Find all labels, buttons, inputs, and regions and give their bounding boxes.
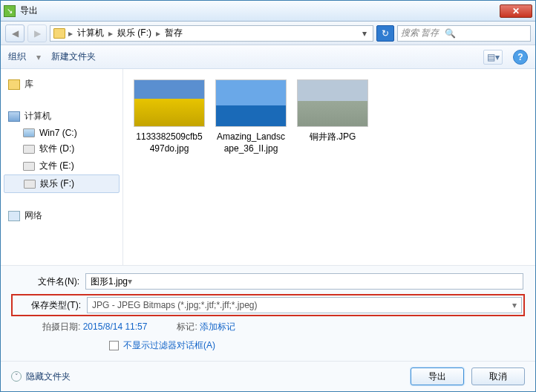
thumbnail (297, 79, 368, 127)
date-label: 拍摄日期: (42, 321, 80, 332)
breadcrumb-folder[interactable]: 暂存 (163, 27, 184, 39)
drive-icon (23, 145, 35, 154)
export-button[interactable]: 导出 (411, 368, 464, 385)
network-icon (8, 211, 20, 221)
thumbnail (134, 79, 205, 127)
forward-button[interactable]: ▶ (27, 24, 47, 42)
search-placeholder: 搜索 暂存 (401, 27, 439, 39)
metadata-row: 拍摄日期: 2015/8/14 11:57 标记: 添加标记 (13, 321, 523, 333)
breadcrumb-sep: ▸ (156, 28, 160, 39)
new-folder-button[interactable]: 新建文件夹 (51, 50, 96, 63)
app-icon: ↘ (4, 5, 16, 17)
date-value[interactable]: 2015/8/14 11:57 (83, 321, 148, 332)
filter-checkbox-label: 不显示过滤器对话框(A) (123, 339, 215, 352)
file-name: Amazing_Landscape_36_II.jpg (215, 131, 287, 154)
drive-icon (24, 180, 36, 189)
file-item[interactable]: 1133382509cfb5497do.jpg (134, 79, 205, 154)
close-button[interactable]: ✕ (500, 4, 532, 18)
sidebar-drive-c[interactable]: Win7 (C:) (1, 125, 122, 140)
tag-label: 标记: (177, 321, 197, 332)
sidebar-library[interactable]: 库 (1, 75, 122, 94)
file-item[interactable]: 铜井路.JPG (297, 79, 368, 143)
toolbar: 组织 ▾ 新建文件夹 ▤▾ ? (1, 45, 535, 69)
file-list: 1133382509cfb5497do.jpg Amazing_Landscap… (123, 69, 535, 265)
filetype-label: 保存类型(T): (14, 299, 81, 312)
file-item[interactable]: Amazing_Landscape_36_II.jpg (215, 79, 287, 154)
hide-folders-toggle[interactable]: ˅ 隐藏文件夹 (11, 370, 71, 383)
file-name: 1133382509cfb5497do.jpg (134, 131, 205, 154)
drive-icon (23, 162, 35, 171)
thumbnail (215, 79, 287, 127)
titlebar: ↘ 导出 ✕ (1, 1, 535, 22)
help-button[interactable]: ? (513, 50, 528, 65)
sidebar-network[interactable]: 网络 (1, 206, 122, 225)
file-name: 铜井路.JPG (297, 131, 368, 143)
address-bar[interactable]: ▸ 计算机 ▸ 娱乐 (F:) ▸ 暂存 ▾ (50, 25, 373, 42)
filter-checkbox[interactable] (109, 341, 119, 350)
sidebar-drive-f[interactable]: 娱乐 (F:) (4, 174, 120, 193)
breadcrumb-drive[interactable]: 娱乐 (F:) (116, 27, 153, 39)
filetype-row: 保存类型(T): JPG - JPEG Bitmaps (*.jpg;*.jtf… (11, 294, 525, 316)
sidebar-computer[interactable]: 计算机 (1, 107, 122, 125)
filename-label: 文件名(N): (13, 275, 79, 288)
drive-icon (23, 128, 35, 137)
footer: 文件名(N): 图形1.jpg ▾ 保存类型(T): JPG - JPEG Bi… (1, 265, 535, 361)
breadcrumb-computer[interactable]: 计算机 (76, 27, 105, 39)
back-button[interactable]: ◀ (5, 24, 24, 42)
cancel-button[interactable]: 取消 (471, 368, 525, 385)
export-dialog: ↘ 导出 ✕ ◀ ▶ ▸ 计算机 ▸ 娱乐 (F:) ▸ 暂存 ▾ ↻ 搜索 暂… (0, 0, 536, 392)
address-dropdown-icon[interactable]: ▾ (359, 28, 370, 39)
computer-icon (8, 111, 20, 122)
folder-icon (53, 28, 65, 39)
filetype-select[interactable]: JPG - JPEG Bitmaps (*.jpg;*.jtf;*.jff;*.… (87, 297, 522, 313)
sidebar: 库 计算机 Win7 (C:) 软件 (D:) 文件 (E:) 娱乐 (F:) … (1, 69, 123, 265)
filename-input[interactable]: 图形1.jpg ▾ (85, 273, 523, 290)
breadcrumb-sep: ▸ (68, 28, 73, 39)
window-title: 导出 (20, 4, 500, 17)
breadcrumb-sep: ▸ (108, 28, 113, 39)
search-input[interactable]: 搜索 暂存 🔍 (397, 25, 531, 42)
chevron-down-icon: ˅ (11, 371, 22, 382)
bottom-bar: ˅ 隐藏文件夹 导出 取消 (1, 361, 535, 391)
organize-menu[interactable]: 组织 (8, 50, 26, 63)
view-options-button[interactable]: ▤▾ (483, 50, 503, 65)
body: 库 计算机 Win7 (C:) 软件 (D:) 文件 (E:) 娱乐 (F:) … (1, 69, 535, 265)
search-icon: 🔍 (445, 28, 456, 39)
filename-row: 文件名(N): 图形1.jpg ▾ (13, 273, 523, 290)
library-icon (8, 79, 20, 90)
refresh-button[interactable]: ↻ (376, 25, 394, 42)
filter-checkbox-row: 不显示过滤器对话框(A) (13, 339, 523, 352)
tag-value[interactable]: 添加标记 (200, 321, 235, 332)
sidebar-drive-d[interactable]: 软件 (D:) (1, 140, 122, 157)
navbar: ◀ ▶ ▸ 计算机 ▸ 娱乐 (F:) ▸ 暂存 ▾ ↻ 搜索 暂存 🔍 (1, 22, 535, 45)
sidebar-drive-e[interactable]: 文件 (E:) (1, 157, 122, 174)
